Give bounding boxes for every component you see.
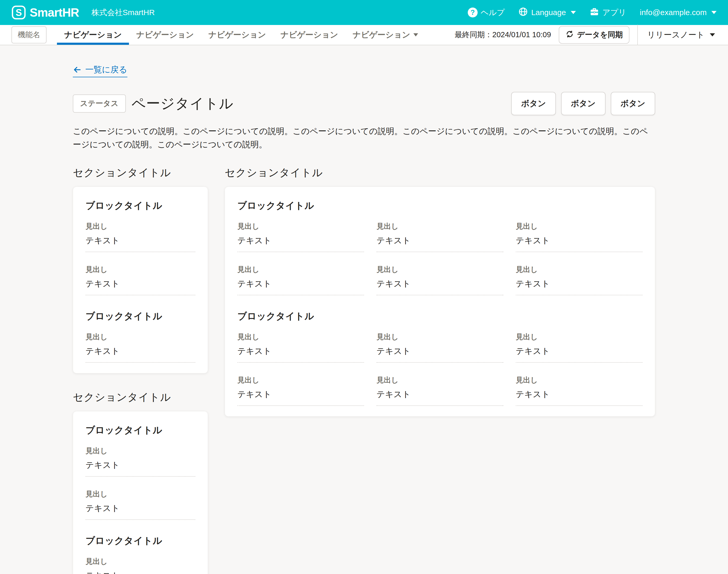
block: ブロックタイトル 見出し テキスト: [86, 534, 195, 574]
nav-right-area: 最終同期：2024/01/01 10:09 データを同期 リリースノート: [455, 25, 717, 45]
caret-down-icon: [571, 11, 576, 14]
page-header-row: ステータス ページタイトル ボタン ボタン ボタン: [73, 92, 655, 115]
sync-icon: [565, 30, 574, 40]
field-row: 見出し テキスト: [376, 332, 503, 363]
field-row: 見出し テキスト: [376, 221, 503, 252]
field-label: 見出し: [86, 557, 195, 567]
nav-tab-1[interactable]: ナビゲーション: [57, 25, 129, 45]
field-row: 見出し テキスト: [86, 446, 195, 477]
block: ブロックタイトル 見出し テキスト 見出し テキスト 見出し: [237, 310, 642, 406]
briefcase-icon: [589, 7, 599, 18]
smarthr-logo-icon: S: [11, 5, 26, 20]
vertical-divider: [637, 25, 638, 45]
block: ブロックタイトル 見出し テキスト 見出し テキスト: [86, 424, 195, 520]
field-value: テキスト: [516, 278, 642, 295]
field-row: 見出し テキスト: [237, 264, 364, 295]
field-label: 見出し: [86, 332, 195, 342]
language-label: Language: [531, 8, 566, 17]
back-link-label: 一覧に戻る: [85, 64, 127, 76]
field-value: テキスト: [237, 278, 364, 295]
back-to-list-link[interactable]: 一覧に戻る: [73, 64, 127, 77]
right-column: セクションタイトル ブロックタイトル 見出し テキスト 見出し テキスト: [225, 165, 655, 417]
left-column: セクションタイトル ブロックタイトル 見出し テキスト 見出し テキスト: [73, 165, 208, 574]
field-value: テキスト: [86, 278, 195, 295]
sync-data-button[interactable]: データを同期: [559, 26, 630, 44]
field-rows: 見出し テキスト: [86, 332, 195, 363]
feature-name-badge: 機能名: [11, 26, 47, 43]
account-email: info@example.com: [640, 8, 707, 17]
action-button-1[interactable]: ボタン: [511, 92, 556, 115]
account-button[interactable]: info@example.com: [640, 8, 717, 17]
card: ブロックタイトル 見出し テキスト 見出し テキスト: [73, 411, 208, 574]
field-label: 見出し: [237, 375, 364, 385]
field-value: テキスト: [516, 389, 642, 406]
field-label: 見出し: [86, 221, 195, 231]
nav-tab-2[interactable]: ナビゲーション: [129, 25, 201, 45]
block-title: ブロックタイトル: [237, 310, 642, 323]
release-notes-label: リリースノート: [647, 29, 704, 40]
field-label: 見出し: [376, 221, 503, 231]
nav-tab-3[interactable]: ナビゲーション: [201, 25, 273, 45]
field-row: 見出し テキスト: [86, 489, 195, 520]
field-row: 見出し テキスト: [237, 332, 364, 363]
field-rows: 見出し テキスト 見出し テキスト 見出し テキスト: [237, 221, 642, 295]
block-title: ブロックタイトル: [86, 199, 195, 212]
section-title: セクションタイトル: [73, 390, 208, 404]
block-title: ブロックタイトル: [86, 310, 195, 323]
field-row: 見出し テキスト: [237, 375, 364, 406]
nav-tab-label: ナビゲーション: [64, 29, 122, 40]
field-value: テキスト: [376, 389, 503, 406]
globe-icon: [518, 7, 528, 18]
field-label: 見出し: [516, 264, 642, 275]
language-button[interactable]: Language: [518, 7, 576, 18]
block-title: ブロックタイトル: [86, 534, 195, 547]
field-row: 見出し テキスト: [86, 221, 195, 252]
field-value: テキスト: [86, 235, 195, 252]
field-row: 見出し テキスト: [86, 557, 195, 574]
field-rows: 見出し テキスト 見出し テキスト 見出し テキスト: [237, 332, 642, 406]
field-label: 見出し: [86, 264, 195, 275]
field-value: テキスト: [86, 345, 195, 363]
field-rows: 見出し テキスト 見出し テキスト: [86, 221, 195, 295]
action-button-3[interactable]: ボタン: [611, 92, 655, 115]
nav-tab-4[interactable]: ナビゲーション: [273, 25, 345, 45]
card: ブロックタイトル 見出し テキスト 見出し テキスト 見出し: [225, 187, 655, 417]
svg-text:S: S: [15, 7, 22, 18]
field-label: 見出し: [237, 264, 364, 275]
help-button[interactable]: ? ヘルプ: [468, 7, 505, 18]
release-notes-button[interactable]: リリースノート: [646, 29, 717, 41]
page-actions: ボタン ボタン ボタン: [511, 92, 655, 115]
field-value: テキスト: [237, 235, 364, 252]
field-row: 見出し テキスト: [516, 332, 642, 363]
caret-down-icon: [711, 11, 717, 14]
brand-area: S SmartHR 株式会社SmartHR: [11, 5, 155, 20]
app-navigation: 機能名 ナビゲーション ナビゲーション ナビゲーション ナビゲーション ナビゲー…: [0, 25, 728, 45]
field-row: 見出し テキスト: [376, 375, 503, 406]
field-value: テキスト: [376, 345, 503, 363]
field-label: 見出し: [86, 446, 195, 456]
field-rows: 見出し テキスト 見出し テキスト: [86, 446, 195, 520]
back-arrow-icon: [73, 65, 82, 74]
field-label: 見出し: [516, 221, 642, 231]
field-value: テキスト: [237, 389, 364, 406]
sync-label: データを同期: [577, 30, 623, 40]
page-description: このページについての説明。このページについての説明。このページについての説明。こ…: [73, 125, 655, 151]
nav-tab-label: ナビゲーション: [136, 29, 194, 40]
block-title: ブロックタイトル: [86, 424, 195, 437]
nav-tab-5[interactable]: ナビゲーション: [345, 25, 425, 45]
section-right-1: セクションタイトル ブロックタイトル 見出し テキスト 見出し テキスト: [225, 165, 655, 417]
section-left-1: セクションタイトル ブロックタイトル 見出し テキスト 見出し テキスト: [73, 165, 208, 373]
caret-down-icon: [710, 33, 715, 36]
field-label: 見出し: [86, 489, 195, 499]
help-label: ヘルプ: [481, 7, 505, 18]
apps-button[interactable]: アプリ: [589, 7, 626, 18]
header-menu: ? ヘルプ Language: [468, 7, 717, 18]
action-button-2[interactable]: ボタン: [561, 92, 605, 115]
field-label: 見出し: [376, 264, 503, 275]
field-value: テキスト: [86, 503, 195, 520]
field-label: 見出し: [237, 332, 364, 342]
field-value: テキスト: [86, 459, 195, 477]
field-value: テキスト: [516, 345, 642, 363]
field-label: 見出し: [516, 332, 642, 342]
company-name: 株式会社SmartHR: [92, 7, 155, 18]
